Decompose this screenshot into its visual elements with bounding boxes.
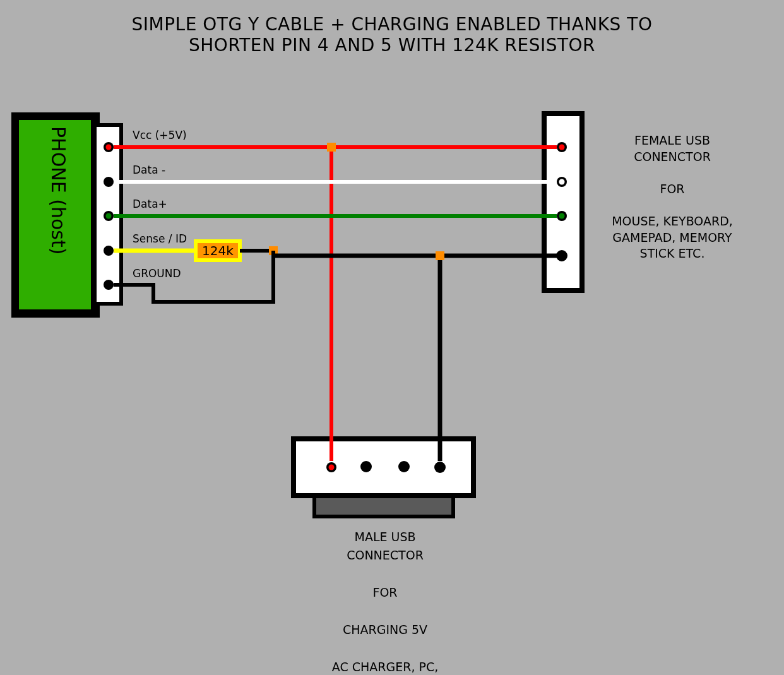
female-usb-line5: GAMEPAD, MEMORY (612, 230, 732, 244)
label-sense: Sense / ID (133, 232, 187, 245)
resistor-124k: 124k (196, 241, 240, 260)
junction-vcc (327, 143, 336, 152)
male-usb-line3: FOR (372, 585, 397, 599)
male-usb-line2: CONNECTOR (347, 548, 424, 562)
svg-point-9 (104, 280, 114, 290)
svg-rect-19 (314, 496, 453, 517)
svg-rect-10 (544, 114, 582, 290)
svg-point-16 (559, 213, 565, 219)
svg-point-5 (104, 177, 114, 187)
male-usb-caption: MALE USB CONNECTOR FOR CHARGING 5V AC CH… (290, 528, 480, 675)
svg-text:124k: 124k (202, 243, 234, 258)
svg-point-24 (434, 462, 446, 473)
male-usb-line4: CHARGING 5V (343, 623, 427, 636)
svg-point-8 (104, 246, 114, 256)
female-usb-line3: FOR (660, 182, 684, 196)
svg-point-12 (559, 145, 565, 150)
svg-point-23 (398, 461, 410, 472)
female-usb-line6: STICK ETC. (640, 246, 705, 260)
label-data-minus: Data - (133, 164, 165, 176)
svg-point-14 (559, 179, 565, 185)
svg-point-17 (556, 250, 567, 261)
svg-point-7 (106, 213, 112, 219)
label-data-plus: Data+ (133, 198, 167, 210)
label-vcc: Vcc (+5V) (133, 129, 187, 141)
phone-connector: PHONE (host) (11, 112, 121, 318)
svg-point-4 (106, 145, 112, 150)
phone-host-label: PHONE (host) (47, 126, 69, 254)
female-usb-line1: FEMALE USB (634, 133, 710, 147)
male-usb-line5: AC CHARGER, PC, (332, 660, 439, 674)
male-usb-line1: MALE USB (354, 530, 415, 544)
junction-ground-branch (436, 251, 444, 260)
female-usb-caption: FEMALE USB CONENCTOR FOR MOUSE, KEYBOARD… (600, 133, 745, 262)
female-usb-line4: MOUSE, KEYBOARD, (612, 214, 733, 228)
female-usb-line2: CONENCTOR (634, 150, 711, 164)
svg-point-21 (329, 465, 335, 470)
svg-point-22 (360, 461, 372, 472)
svg-rect-18 (294, 439, 473, 496)
label-ground: GROUND (133, 267, 181, 280)
female-usb-connector (544, 114, 582, 290)
male-usb-connector (294, 439, 473, 517)
